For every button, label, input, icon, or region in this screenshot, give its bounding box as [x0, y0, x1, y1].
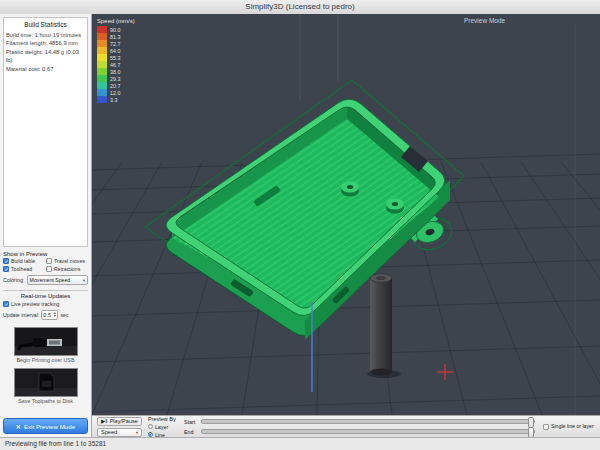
radio-layer[interactable]: Layer [148, 424, 176, 430]
legend-value: 3.3 [110, 97, 118, 103]
checkbox-label: Retractions [54, 266, 80, 272]
play-pause-button[interactable]: ▶‖ Play/Pause [97, 417, 142, 426]
shortcut-cards: Begin Printing over USB Save Toolpaths t… [3, 327, 88, 405]
checkbox-label: Travel moves [54, 258, 85, 264]
stat-build-time: Build time: 1 hour 19 minutes [6, 31, 85, 39]
coloring-row: Coloring: Movement Speed ▾ [3, 275, 88, 285]
legend-swatch [97, 89, 107, 96]
shortcut-caption: Begin Printing over USB [14, 357, 78, 363]
range-sliders: Start End [182, 419, 537, 435]
stepper-arrows-icon[interactable]: ▲▼ [53, 312, 56, 319]
realtime-updates-title: Real-time Updates [3, 293, 88, 299]
checkbox-toolhead[interactable]: Toolhead [3, 266, 45, 272]
coloring-label: Coloring: [3, 277, 25, 283]
legend-swatch [97, 47, 107, 54]
checkbox[interactable] [3, 301, 9, 307]
preview-viewport[interactable]: Speed (mm/s) 90.0 81.3 72.7 64.0 55.3 46… [92, 14, 600, 415]
start-slider[interactable] [201, 419, 535, 424]
legend-swatch [97, 82, 107, 89]
checkbox[interactable] [3, 258, 9, 264]
exit-preview-mode-button[interactable]: ✕ Exit Preview Mode [3, 418, 88, 434]
show-in-preview-title: Show in Preview [3, 251, 88, 257]
end-label: End [184, 429, 198, 435]
checkbox-live-preview-tracking[interactable]: Live preview tracking [3, 301, 88, 307]
radio-button[interactable] [148, 424, 153, 429]
status-text: Previewing file from line 1 to 35281 [5, 440, 106, 447]
preview-toolbar: ▶‖ Play/Pause Speed ▾ Preview By Layer L… [92, 415, 600, 437]
begin-printing-usb-button[interactable]: Begin Printing over USB [14, 327, 78, 363]
save-toolpaths-button[interactable]: Save Toolpaths to Disk [14, 368, 78, 404]
radio-label: Layer [155, 424, 168, 430]
checkbox-label: Live preview tracking [11, 301, 59, 307]
play-icon: ▶‖ [101, 418, 108, 424]
start-slider-handle[interactable] [528, 417, 534, 428]
checkbox[interactable] [46, 266, 52, 272]
usb-cable-image [14, 327, 78, 356]
legend-swatch [97, 26, 107, 33]
legend-swatch [97, 40, 107, 47]
legend-entry: 55.3 [97, 54, 135, 61]
update-interval-row: Update interval: 0.5 ▲▼ sec [3, 310, 88, 320]
end-slider[interactable] [201, 429, 535, 434]
checkbox-build-table[interactable]: Build table [3, 258, 45, 264]
legend-entry: 20.7 [97, 82, 135, 89]
update-interval-stepper[interactable]: 0.5 ▲▼ [41, 310, 58, 320]
single-line-label: Single line or layer [551, 424, 594, 430]
legend-swatch [97, 96, 107, 103]
sd-card-image [14, 368, 78, 397]
checkbox-retractions[interactable]: Retractions [46, 266, 88, 272]
build-statistics-title: Build Statistics [6, 20, 85, 31]
checkbox[interactable] [3, 266, 9, 272]
build-statistics-panel: Build Statistics Build time: 1 hour 19 m… [3, 17, 88, 247]
preview-by-label: Preview By [148, 416, 176, 422]
legend-value: 46.7 [110, 62, 121, 68]
playback-controls: ▶‖ Play/Pause Speed ▾ [97, 417, 142, 437]
legend-entry: 90.0 [97, 26, 135, 33]
legend-value: 81.3 [110, 34, 121, 40]
app-window: Simplify3D (Licensed to pedro) Build Sta… [0, 0, 600, 450]
legend-value: 12.0 [110, 90, 121, 96]
speed-legend: Speed (mm/s) 90.0 81.3 72.7 64.0 55.3 46… [97, 18, 135, 103]
chevron-down-icon: ▾ [83, 278, 85, 283]
standoff-boss [341, 182, 359, 197]
legend-swatch [97, 61, 107, 68]
speed-dropdown[interactable]: Speed ▾ [97, 428, 142, 437]
status-bar: Previewing file from line 1 to 35281 [0, 437, 600, 450]
close-icon: ✕ [16, 423, 21, 430]
preview-mode-label: Preview Mode [464, 17, 505, 24]
standoff-boss [386, 199, 404, 214]
legend-value: 38.0 [110, 69, 121, 75]
checkbox-travel-moves[interactable]: Travel moves [46, 258, 88, 264]
checkbox-label: Toolhead [11, 266, 32, 272]
chevron-down-icon: ▾ [136, 430, 138, 435]
legend-value: 55.3 [110, 55, 121, 61]
checkbox[interactable] [543, 424, 549, 430]
legend-entry: 46.7 [97, 61, 135, 68]
shortcut-caption: Save Toolpaths to Disk [14, 398, 78, 404]
coloring-select[interactable]: Movement Speed ▾ [27, 275, 88, 285]
end-slider-handle[interactable] [528, 427, 534, 438]
window-title: Simplify3D (Licensed to pedro) [245, 2, 354, 11]
start-label: Start [184, 419, 198, 425]
stat-plastic-weight: Plastic weight: 14.48 g (0.03 lb) [6, 48, 85, 65]
stat-filament-length: Filament length: 4856.9 mm [6, 39, 85, 47]
checkbox-label: Build table [11, 258, 35, 264]
update-interval-unit: sec [60, 312, 68, 318]
start-slider-row: Start [184, 419, 535, 425]
origin-marker [437, 364, 453, 380]
legend-entry: 12.0 [97, 89, 135, 96]
legend-title: Speed (mm/s) [97, 18, 135, 24]
legend-value: 29.3 [110, 76, 121, 82]
single-line-toggle[interactable]: Single line or layer [543, 424, 595, 430]
3d-scene[interactable] [92, 14, 600, 415]
legend-value: 20.7 [110, 83, 121, 89]
checkbox[interactable] [46, 258, 52, 264]
show-in-preview-options: Build table Travel moves Toolhead Retrac… [3, 258, 88, 272]
title-bar: Simplify3D (Licensed to pedro) [0, 0, 600, 15]
legend-entry: 29.3 [97, 75, 135, 82]
stat-material-cost: Material cost: 0.67 [6, 65, 85, 73]
legend-entry: 64.0 [97, 47, 135, 54]
legend-swatch [97, 75, 107, 82]
legend-swatch [97, 33, 107, 40]
preview-by-group: Preview By Layer Line [148, 416, 176, 438]
